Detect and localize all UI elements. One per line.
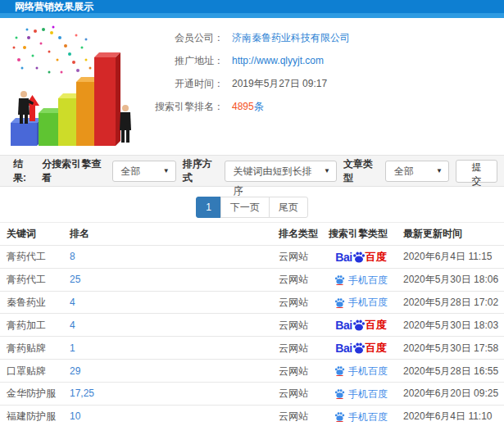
rank-type-cell: 云网站 bbox=[272, 337, 325, 360]
rank-cell[interactable]: 1 bbox=[63, 337, 272, 360]
engine-rank-label: 搜索引擎排名： bbox=[148, 102, 224, 111]
baidu-mobile-logo: 手机百度 bbox=[334, 406, 388, 426]
chevron-down-icon: ▼ bbox=[324, 161, 330, 181]
member-info: 会员公司： 济南秦鲁药业科技有限公司 推广地址： http://www.qlyy… bbox=[143, 23, 497, 155]
rank-cell[interactable]: 10 bbox=[63, 405, 272, 426]
engine-type-cell: 手机百度 bbox=[325, 268, 397, 291]
engine-type-cell: Bai百度 bbox=[325, 246, 397, 269]
info-section: 会员公司： 济南秦鲁药业科技有限公司 推广地址： http://www.qlyy… bbox=[0, 18, 504, 155]
col-updated: 最新更新时间 bbox=[397, 223, 504, 246]
filters-group: 分搜索引擎查看 全部 ▼ 排序方式 关键词由短到长排序 ▼ 文章类型 全部 ▼ … bbox=[35, 157, 497, 185]
baidu-paw-icon bbox=[352, 251, 366, 264]
next-page-button[interactable]: 下一页 bbox=[220, 197, 270, 218]
rank-cell[interactable]: 17,25 bbox=[63, 382, 272, 405]
article-type-select[interactable]: 全部 ▼ bbox=[385, 161, 449, 182]
rank-type-cell: 云网站 bbox=[272, 360, 325, 383]
keyword-cell: 秦鲁药业 bbox=[0, 291, 63, 314]
col-engine-type: 搜索引擎类型 bbox=[325, 223, 397, 246]
engine-filter-label: 分搜索引擎查看 bbox=[42, 157, 107, 185]
table-row: 秦鲁药业4云网站手机百度2020年5月28日 17:02 bbox=[0, 291, 504, 314]
baidu-mobile-label: 手机百度 bbox=[348, 292, 388, 313]
article-type-label: 文章类型 bbox=[343, 157, 381, 185]
keyword-cell: 膏药贴牌 bbox=[0, 337, 63, 360]
keyword-cell: 口罩贴牌 bbox=[0, 360, 63, 383]
col-rank-type: 排名类型 bbox=[272, 223, 325, 246]
sort-select[interactable]: 关键词由短到长排序 ▼ bbox=[225, 161, 337, 182]
table-header-row: 关键词 排名 排名类型 搜索引擎类型 最新更新时间 bbox=[0, 223, 504, 246]
baidu-paw-icon bbox=[334, 411, 345, 422]
baidu-paw-icon bbox=[334, 388, 345, 399]
promo-url-row: 推广地址： http://www.qlyyjt.com bbox=[148, 56, 497, 66]
table-row: 福建防护服10云网站手机百度2020年6月4日 11:10 bbox=[0, 405, 504, 426]
open-time-row: 开通时间： 2019年5月27日 09:17 bbox=[148, 79, 497, 88]
baidu-logo-latin: Bai bbox=[335, 338, 352, 359]
baidu-logo-cn: 百度 bbox=[366, 338, 387, 359]
rank-cell[interactable]: 8 bbox=[63, 246, 272, 269]
promo-url-link[interactable]: http://www.qlyyjt.com bbox=[232, 56, 324, 66]
updated-cell: 2020年5月28日 16:55 bbox=[397, 360, 504, 383]
keyword-cell: 膏药加工 bbox=[0, 314, 63, 337]
baidu-mobile-logo: 手机百度 bbox=[334, 270, 388, 291]
updated-cell: 2020年6月20日 09:25 bbox=[397, 382, 504, 405]
baidu-paw-icon bbox=[334, 365, 345, 376]
baidu-paw-icon bbox=[352, 342, 366, 355]
engine-rank-value: 4895条 bbox=[232, 102, 264, 111]
table-row: 膏药代工8云网站Bai百度2020年6月4日 11:15 bbox=[0, 246, 504, 269]
keyword-cell: 福建防护服 bbox=[0, 405, 63, 426]
rank-cell[interactable]: 25 bbox=[63, 268, 272, 291]
filter-bar: 结果: 分搜索引擎查看 全部 ▼ 排序方式 关键词由短到长排序 ▼ 文章类型 全… bbox=[0, 155, 504, 187]
chevron-down-icon: ▼ bbox=[163, 161, 170, 181]
rank-cell[interactable]: 4 bbox=[63, 314, 272, 337]
results-table: 关键词 排名 排名类型 搜索引擎类型 最新更新时间 膏药代工8云网站Bai百度2… bbox=[0, 222, 504, 426]
last-page-button[interactable]: 尾页 bbox=[269, 197, 308, 218]
baidu-mobile-logo: 手机百度 bbox=[334, 360, 388, 382]
rank-cell[interactable]: 29 bbox=[63, 360, 272, 383]
baidu-mobile-label: 手机百度 bbox=[348, 406, 388, 426]
rank-cell[interactable]: 4 bbox=[63, 291, 272, 314]
engine-rank-unit: 条 bbox=[254, 101, 264, 112]
engine-rank-row: 搜索引擎排名： 4895条 bbox=[148, 102, 497, 111]
page-1-button[interactable]: 1 bbox=[196, 197, 221, 218]
rank-type-cell: 云网站 bbox=[272, 405, 325, 426]
rank-type-cell: 云网站 bbox=[272, 291, 325, 314]
baidu-mobile-logo: 手机百度 bbox=[334, 292, 388, 313]
rank-type-cell: 云网站 bbox=[272, 314, 325, 337]
submit-button[interactable]: 提交 bbox=[456, 160, 497, 183]
engine-filter-select[interactable]: 全部 ▼ bbox=[112, 161, 176, 182]
open-time-value: 2019年5月27日 09:17 bbox=[232, 79, 327, 88]
baidu-paw-icon bbox=[334, 274, 345, 285]
engine-rank-count: 4895 bbox=[232, 101, 254, 112]
member-company-link[interactable]: 济南秦鲁药业科技有限公司 bbox=[232, 33, 350, 43]
engine-type-cell: Bai百度 bbox=[325, 337, 397, 360]
article-type-value: 全部 bbox=[394, 165, 414, 177]
keyword-cell: 膏药代工 bbox=[0, 268, 63, 291]
table-row: 金华防护服17,25云网站手机百度2020年6月20日 09:25 bbox=[0, 382, 504, 405]
rank-type-cell: 云网站 bbox=[272, 268, 325, 291]
updated-cell: 2020年6月4日 11:10 bbox=[397, 405, 504, 426]
baidu-pc-logo: Bai百度 bbox=[335, 247, 386, 268]
updated-cell: 2020年5月30日 18:03 bbox=[397, 314, 504, 337]
member-company-row: 会员公司： 济南秦鲁药业科技有限公司 bbox=[148, 33, 497, 43]
open-time-label: 开通时间： bbox=[148, 79, 224, 88]
baidu-logo-cn: 百度 bbox=[366, 315, 387, 336]
chevron-down-icon: ▼ bbox=[436, 161, 443, 181]
results-table-body: 膏药代工8云网站Bai百度2020年6月4日 11:15膏药代工25云网站手机百… bbox=[0, 246, 504, 426]
baidu-logo-cn: 百度 bbox=[366, 247, 387, 268]
keyword-cell: 膏药代工 bbox=[0, 246, 63, 269]
businessman-right bbox=[120, 105, 131, 143]
keyword-cell: 金华防护服 bbox=[0, 382, 63, 405]
pagination: 1 下一页 尾页 bbox=[0, 187, 504, 222]
table-row: 膏药代工25云网站手机百度2020年5月30日 18:06 bbox=[0, 268, 504, 291]
table-row: 口罩贴牌29云网站手机百度2020年5月28日 16:55 bbox=[0, 360, 504, 383]
engine-type-cell: 手机百度 bbox=[325, 382, 397, 405]
updated-cell: 2020年5月28日 17:02 bbox=[397, 291, 504, 314]
engine-type-cell: Bai百度 bbox=[325, 314, 397, 337]
table-row: 膏药贴牌1云网站Bai百度2020年5月30日 17:58 bbox=[0, 337, 504, 360]
rank-type-cell: 云网站 bbox=[272, 246, 325, 269]
baidu-logo-latin: Bai bbox=[335, 315, 352, 336]
baidu-mobile-label: 手机百度 bbox=[348, 383, 388, 405]
updated-cell: 2020年5月30日 17:58 bbox=[397, 337, 504, 360]
baidu-mobile-logo: 手机百度 bbox=[334, 383, 388, 405]
baidu-pc-logo: Bai百度 bbox=[335, 338, 386, 359]
baidu-paw-icon bbox=[352, 319, 366, 332]
